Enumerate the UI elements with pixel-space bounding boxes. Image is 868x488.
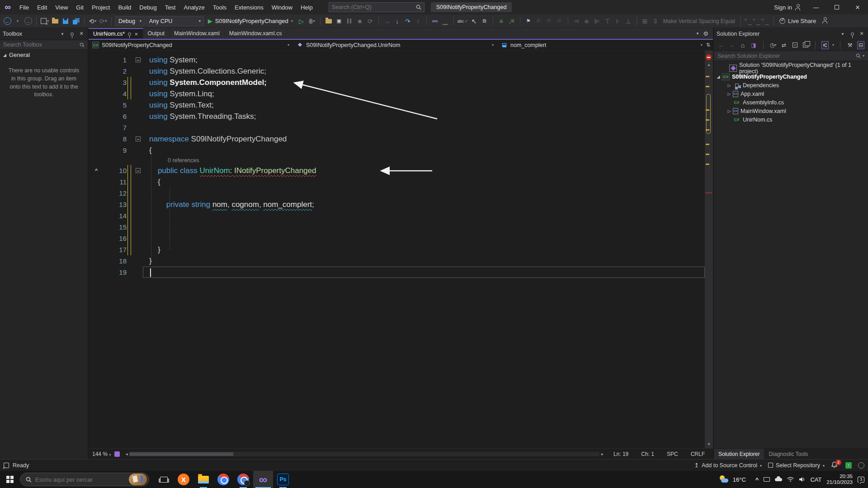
menu-debug[interactable]: Debug — [135, 4, 160, 11]
menu-edit[interactable]: Edit — [33, 4, 51, 11]
collapse-all-button[interactable] — [791, 41, 798, 49]
close-icon[interactable]: ✕ — [134, 32, 138, 37]
menu-tools[interactable]: Tools — [209, 4, 231, 11]
redo-button[interactable]: ⟳▾ — [99, 16, 108, 27]
chevron-down-icon[interactable]: ▾ — [701, 43, 703, 47]
nav-back-button[interactable]: ← — [3, 16, 12, 27]
status-line-ending[interactable]: CRLF — [684, 451, 711, 457]
tree-collapsed-icon[interactable]: ▷ — [726, 83, 733, 88]
tree-item-app-xaml[interactable]: ▷App.xaml — [714, 89, 868, 98]
open-file-button[interactable] — [51, 16, 60, 27]
feedback-person-button[interactable] — [820, 16, 829, 27]
step-out-button[interactable]: ↑ — [414, 16, 423, 27]
back-button[interactable]: ← — [717, 41, 725, 49]
taskbar-app-photoshop[interactable]: Ps — [273, 471, 293, 488]
menu-window[interactable]: Window — [268, 4, 297, 11]
status-spaces-mode[interactable]: SPC — [660, 451, 684, 457]
bookmark-button[interactable]: ⚑ — [524, 16, 533, 27]
pin-icon[interactable] — [128, 32, 131, 37]
tree-item-dependencies[interactable]: ▷Dependencies — [714, 81, 868, 89]
indent-lines-button[interactable]: ≡ — [497, 16, 506, 27]
size-to-grid-button[interactable]: ⊞ — [641, 16, 650, 27]
pause-button[interactable] — [345, 16, 354, 27]
scroll-down-arrow[interactable]: ▼ — [705, 442, 713, 446]
taskbar-app-file-explorer[interactable] — [193, 471, 213, 488]
chevron-down-icon[interactable]: ▾ — [288, 43, 289, 47]
show-next-statement-button[interactable]: → — [382, 16, 392, 27]
sync-status-icon[interactable]: ↑ — [845, 462, 852, 469]
solution-explorer-search-input[interactable] — [717, 53, 856, 59]
panel-tab-diagnostic-tools[interactable]: Diagnostic Tools — [764, 449, 812, 459]
quick-search-box[interactable] — [329, 2, 425, 12]
toolbox-search-box[interactable] — [0, 40, 88, 50]
taskbar-app-visual-studio[interactable]: ∞ — [253, 471, 273, 488]
task-view-button[interactable] — [154, 471, 174, 488]
scroll-up-arrow[interactable]: ▲ — [705, 62, 713, 67]
prev-bookmark-button[interactable]: ⚐ — [534, 16, 543, 27]
chevron-down-icon[interactable]: ▾ — [832, 43, 834, 47]
close-icon[interactable]: ✕ — [78, 31, 85, 37]
fold-collapse-icon[interactable] — [136, 57, 141, 62]
next-bookmark-button[interactable]: ⚐ — [545, 16, 554, 27]
menu-help[interactable]: Help — [297, 4, 317, 11]
network-icon[interactable] — [787, 477, 794, 482]
menu-project[interactable]: Project — [88, 4, 114, 11]
save-button[interactable] — [61, 16, 70, 27]
breadcrumb-member[interactable]: ⬓ nom_complert — [497, 42, 701, 48]
show-all-files-button[interactable]: ⊟ — [857, 41, 864, 49]
platform-dropdown[interactable]: Any CPU▾ — [146, 16, 204, 26]
sign-in-button[interactable]: Sign in — [769, 4, 806, 11]
file-nesting-button[interactable]: ⑆ — [821, 41, 829, 49]
stop-button[interactable]: ■ — [355, 16, 364, 27]
chevron-down-icon[interactable]: ▾ — [863, 54, 864, 58]
hot-reload-button[interactable]: ▾ — [307, 16, 316, 27]
pan-icon[interactable] — [114, 451, 120, 457]
tree-expanded-icon[interactable]: ◢ — [715, 75, 722, 79]
minimize-button[interactable]: — — [806, 0, 826, 14]
taskbar-search-box[interactable] — [20, 473, 149, 486]
code-map-button[interactable]: ⚯ — [430, 16, 439, 27]
menu-build[interactable]: Build — [114, 4, 135, 11]
menu-git[interactable]: Git — [72, 4, 88, 11]
close-icon[interactable]: ✕ — [858, 31, 865, 37]
quick-search-input[interactable] — [332, 4, 416, 10]
tree-collapsed-icon[interactable]: ▷ — [726, 92, 733, 96]
menu-file[interactable]: File — [15, 4, 33, 11]
tab-mainwindow-xaml[interactable]: MainWindow.xaml — [170, 28, 225, 39]
toolbox-search-input[interactable] — [3, 42, 80, 48]
pin-icon[interactable] — [849, 31, 856, 37]
onedrive-cloud-icon[interactable] — [775, 478, 782, 481]
clear-bookmarks-button[interactable]: ⚐ — [555, 16, 564, 27]
fold-collapse-icon[interactable] — [136, 168, 141, 173]
tree-item-solution-s09inotifypropertychanged-1-of-1-project[interactable]: Solution 'S09INotifyPropertyChanged' (1 … — [714, 64, 868, 72]
document-health-error-icon[interactable] — [706, 54, 712, 60]
taskbar-app-chrome-2[interactable] — [233, 471, 253, 488]
taskbar-app-xampp[interactable]: X — [174, 471, 193, 488]
restart-button[interactable]: ⟳ — [366, 16, 375, 27]
breadcrumb-project[interactable]: C# S09INotifyPropertyChanged ▾ — [89, 42, 293, 48]
menu-analyze[interactable]: Analyze — [179, 4, 208, 11]
weather-widget[interactable]: 16°C — [717, 475, 751, 484]
pin-icon[interactable] — [68, 31, 75, 37]
scroll-left-arrow[interactable]: ◂ — [123, 451, 129, 456]
align-bottom-button[interactable]: ⊥ — [624, 16, 633, 27]
language-indicator[interactable]: CAT — [810, 476, 821, 483]
close-window-button[interactable]: ✕ — [847, 0, 868, 14]
clock[interactable]: 20:35 21/10/2023 — [826, 474, 853, 485]
taskbar-search-input[interactable] — [35, 476, 125, 483]
tab-output[interactable]: Output — [143, 28, 170, 39]
taskbar-app-chrome[interactable] — [213, 471, 233, 488]
notifications-bell-button[interactable]: 2 — [831, 461, 839, 469]
editor-horizontal-scrollbar[interactable] — [129, 452, 599, 456]
properties-wrench-icon[interactable]: ⚒ — [846, 41, 854, 49]
configuration-dropdown[interactable]: Debug▾ — [115, 16, 145, 26]
chevron-down-icon[interactable]: ▾ — [59, 32, 66, 36]
scrollbar-thumb[interactable] — [129, 452, 233, 456]
switch-views-button[interactable]: ◨ — [750, 41, 757, 49]
scroll-right-arrow[interactable]: ▸ — [599, 451, 605, 456]
display-tray-icon[interactable] — [764, 477, 770, 482]
start-without-debugging-button[interactable]: ▷ — [297, 16, 306, 27]
codelens-references[interactable]: 0 references — [89, 156, 705, 165]
spacing-equal-button[interactable]: ⇳ — [651, 16, 660, 27]
quote-tools-group[interactable]: "_"_"_ — [745, 16, 770, 27]
